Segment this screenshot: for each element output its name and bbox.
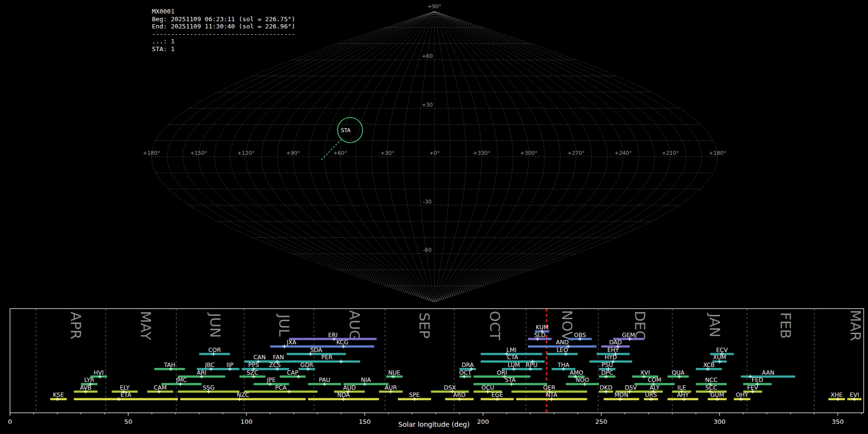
shower-label: JMC bbox=[176, 377, 187, 383]
month-label-sep: SEP bbox=[416, 312, 433, 339]
shower-label: OCU bbox=[481, 384, 494, 391]
lon-tick-label: +180° bbox=[709, 150, 726, 156]
month-label-apr: APR bbox=[68, 312, 84, 339]
shower-label: ZCS bbox=[269, 362, 281, 368]
shower-label: NTA bbox=[546, 392, 557, 398]
shower-label: AUR bbox=[385, 384, 397, 391]
shower-label: THA bbox=[557, 362, 570, 368]
shower-label: JPE bbox=[267, 377, 276, 383]
shower-label: PPS bbox=[248, 362, 259, 368]
shower-label: FED bbox=[752, 377, 763, 383]
shower-label: PSU bbox=[601, 362, 613, 368]
shower-label: DAD bbox=[609, 339, 622, 346]
info-line: MX0001 bbox=[152, 8, 295, 15]
shower-ETA: ETA bbox=[74, 392, 178, 401]
grid-meridian bbox=[434, 12, 450, 302]
shower-label: JBC bbox=[204, 362, 215, 368]
lon-tick-label: +270° bbox=[568, 150, 585, 156]
shower-label: IIP bbox=[227, 362, 233, 368]
shower-label: GEM bbox=[622, 332, 635, 339]
shower-label: ORI bbox=[497, 369, 507, 376]
shower-TAH: TAH bbox=[154, 362, 185, 371]
shower-label: LEO bbox=[556, 347, 568, 353]
sky-map: +180°+150°+120°+90°+60°+30°+0°+330°+300°… bbox=[0, 0, 868, 304]
shower-label: NOO bbox=[576, 377, 589, 383]
shower-label: AVB bbox=[80, 384, 92, 391]
grid-meridian bbox=[230, 12, 434, 302]
shower-label: LYR bbox=[84, 377, 95, 383]
info-line: ...: 1 bbox=[152, 38, 295, 45]
month-label-jan: JAN bbox=[706, 312, 723, 338]
lat-tick-label: +60 bbox=[421, 53, 433, 59]
shower-label: URS bbox=[645, 392, 657, 398]
shower-label: SZC bbox=[246, 369, 258, 376]
shower-label: AUD bbox=[343, 384, 355, 391]
info-line: End: 20251109 11:30:40 (sol = 226.96°) bbox=[152, 23, 295, 30]
shower-label: DPC bbox=[601, 369, 613, 376]
shower-label: NIA bbox=[361, 377, 372, 383]
shower-label: LMI bbox=[506, 347, 516, 353]
shower-XHE: XHE bbox=[828, 392, 845, 401]
radiant-label: STA bbox=[341, 127, 351, 134]
lon-tick-label: +90° bbox=[286, 150, 300, 156]
shower-SZC: SZC bbox=[239, 369, 265, 379]
lat-tick-label: -30 bbox=[423, 199, 432, 205]
shower-label: OCT bbox=[459, 369, 472, 376]
shower-label: AHY bbox=[677, 392, 689, 398]
shower-CAP: CAP bbox=[280, 369, 306, 379]
lon-tick-label: +150° bbox=[190, 150, 207, 156]
shower-PAU: PAU bbox=[308, 377, 341, 386]
grid-meridian bbox=[199, 12, 434, 302]
shower-label: AMO bbox=[570, 369, 583, 376]
shower-CAM: CAM bbox=[147, 384, 173, 393]
lon-tick-label: +0° bbox=[429, 150, 440, 156]
shower-SLD: SLD bbox=[528, 332, 552, 341]
meteor-radiant-app: { "info_box": { "lines": [ "MX0001", "Be… bbox=[0, 0, 868, 434]
shower-label: JXA bbox=[286, 339, 297, 346]
shower-label: ELY bbox=[120, 384, 130, 391]
shower-label: DSV bbox=[625, 384, 637, 391]
shower-label: KSE bbox=[53, 392, 64, 398]
month-label-mar: MAR bbox=[847, 310, 864, 341]
shower-URS: URS bbox=[644, 392, 658, 401]
shower-label: XVI bbox=[640, 369, 650, 376]
shower-XCB: XCB bbox=[696, 362, 722, 371]
shower-label: PER bbox=[321, 354, 332, 361]
shower-label: MON bbox=[614, 392, 628, 398]
shower-IIP: IIP bbox=[220, 362, 239, 371]
grid-meridian bbox=[434, 12, 654, 302]
lon-tick-label: +30° bbox=[380, 150, 394, 156]
shower-label: COM bbox=[648, 377, 661, 383]
shower-label: DRA bbox=[461, 362, 474, 368]
shower-GDR: GDR bbox=[298, 362, 315, 371]
shower-label: GUM bbox=[710, 392, 724, 398]
grid-meridian bbox=[434, 12, 639, 302]
shower-label: ECV bbox=[716, 347, 728, 353]
shower-NZC: NZC bbox=[180, 392, 306, 401]
shower-NUE: NUE bbox=[386, 369, 403, 379]
grid-meridian bbox=[434, 12, 482, 302]
shower-ZCS: ZCS bbox=[261, 362, 289, 371]
shower-label: STA bbox=[505, 377, 516, 383]
shower-label: OBS bbox=[574, 332, 586, 339]
grid-meridian bbox=[167, 12, 434, 302]
lon-tick-label: +330° bbox=[473, 150, 490, 156]
shower-EGE: EGE bbox=[481, 392, 514, 401]
shower-LEO: LEO bbox=[547, 347, 578, 356]
info-box: MX0001Beg: 20251109 06:23:11 (sol = 226.… bbox=[152, 8, 295, 53]
shower-label: ERI bbox=[328, 332, 337, 339]
shower-QUA: QUA bbox=[667, 369, 689, 379]
shower-GUM: GUM bbox=[708, 392, 727, 401]
month-label-feb: FEB bbox=[777, 312, 794, 339]
info-line: STA: 1 bbox=[152, 45, 295, 53]
shower-label: DSX bbox=[444, 384, 456, 391]
shower-label: COR bbox=[208, 347, 221, 353]
x-ticks bbox=[10, 413, 862, 416]
month-label-nov: NOV bbox=[559, 310, 575, 341]
shower-DKD: DKD bbox=[599, 384, 613, 393]
lon-tick-label: +120° bbox=[237, 150, 255, 156]
shower-label: NUE bbox=[388, 369, 400, 376]
shower-label: ETA bbox=[121, 392, 132, 398]
month-label-jul: JUL bbox=[276, 313, 292, 337]
lon-tick-label: +60° bbox=[333, 150, 347, 156]
